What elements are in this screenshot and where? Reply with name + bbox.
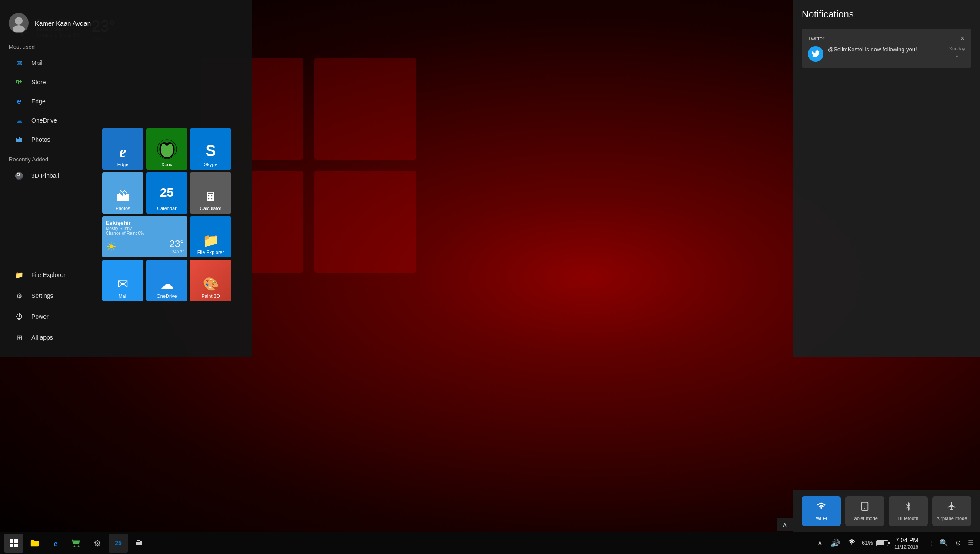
fileexplorer-sidebar-label: File Explorer	[31, 271, 66, 278]
svg-rect-11	[10, 544, 13, 547]
notifications-title: Notifications	[802, 9, 971, 20]
search-icon[interactable]: 🔍	[938, 537, 950, 549]
store-icon: 🛍	[13, 76, 25, 88]
collapse-arrow[interactable]: ∧	[777, 518, 793, 531]
mail-tile-icon: ✉	[117, 277, 128, 292]
sidebar-item-power[interactable]: ⏻ Power	[9, 306, 243, 327]
most-used-label: Most used	[9, 43, 243, 50]
sidebar-item-store[interactable]: 🛍 Store	[9, 73, 243, 92]
twitter-icon	[808, 46, 823, 62]
tile-weather[interactable]: Eskişehir Mostly Sunny Chance of Rain: 0…	[102, 216, 187, 257]
onedrive-tile-icon: ☁	[160, 277, 173, 292]
weather-tile-desc: Mostly Sunny	[106, 226, 184, 231]
system-tray: ∧ 🔊 61%	[816, 537, 888, 550]
onedrive-icon: ☁	[13, 114, 25, 127]
tile-paint3d[interactable]: 🎨 Paint 3D	[190, 260, 231, 301]
settings-icon: ⚙	[13, 290, 25, 302]
svg-point-8	[864, 508, 865, 509]
weather-tile-city: Eskişehir	[106, 220, 184, 226]
taskbar-settings[interactable]: ⚙	[88, 534, 107, 553]
sidebar-item-edge[interactable]: e Edge	[9, 92, 243, 111]
edge-icon: e	[13, 95, 25, 107]
mail-icon: ✉	[13, 57, 25, 69]
xbox-tile-label: Xbox	[149, 162, 185, 167]
svg-rect-3	[314, 171, 416, 273]
allapps-label: All apps	[31, 334, 53, 341]
fileexplorer-sidebar-icon: 📁	[13, 269, 25, 281]
tile-mail[interactable]: ✉ Mail	[102, 260, 143, 301]
paint3d-tile-icon: 🎨	[203, 277, 219, 292]
notif-expand-button[interactable]: Sunday ⌄	[949, 46, 965, 58]
taskbar-store[interactable]	[67, 534, 86, 553]
fileexplorer-tile-icon: 📁	[203, 233, 219, 248]
calendar-tile-content: 25	[149, 176, 185, 206]
tile-fileexplorer[interactable]: 📁 File Explorer	[190, 216, 231, 257]
paint3d-tile-label: Paint 3D	[193, 294, 229, 299]
datetime-display[interactable]: 7:04 PM 11/12/2018	[892, 535, 921, 551]
fileexplorer-taskbar-icon	[30, 538, 40, 548]
notification-center-icon[interactable]: ☰	[966, 537, 976, 549]
volume-icon[interactable]: 🔊	[829, 537, 842, 550]
wifi-tray-icon[interactable]	[846, 537, 857, 550]
weather-tile-precip: Chance of Rain: 0%	[106, 231, 184, 236]
settings-label: Settings	[31, 292, 53, 299]
taskbar: e ⚙ 25 🏔 ∧ 🔊 61%	[0, 532, 980, 554]
tile-xbox[interactable]: Xbox	[146, 128, 187, 170]
svg-point-5	[13, 25, 25, 32]
wifi-button[interactable]: Wi-Fi	[802, 496, 841, 526]
taskbar-left: e ⚙ 25 🏔	[4, 534, 149, 553]
weather-tile-range: 24°/ 7°	[170, 250, 184, 254]
svg-point-4	[15, 17, 23, 25]
tile-onedrive[interactable]: ☁ OneDrive	[146, 260, 187, 301]
cortana-icon[interactable]: ⊙	[953, 537, 963, 549]
user-section[interactable]: Kamer Kaan Avdan	[0, 0, 252, 42]
3dpinball-label: 3D Pinball	[31, 172, 59, 179]
taskbar-fileexplorer[interactable]	[25, 534, 44, 553]
taskbar-photos[interactable]: 🏔	[130, 534, 149, 553]
weather-tile-temp: 23°	[170, 238, 184, 250]
tablet-mode-button[interactable]: Tablet mode	[845, 496, 884, 526]
fileexplorer-tile-label: File Explorer	[193, 250, 229, 255]
start-button[interactable]	[4, 534, 23, 553]
battery-indicator[interactable]: 61%	[862, 540, 888, 546]
notifications-panel: Notifications Twitter ✕ @SelimKestel is …	[793, 0, 980, 357]
taskview-icon[interactable]: ⬚	[924, 537, 934, 549]
wifi-label: Wi-Fi	[816, 516, 827, 521]
tile-calendar[interactable]: 25 Calendar	[146, 172, 187, 214]
onedrive-tile-label: OneDrive	[149, 294, 185, 299]
notif-header: Twitter ✕	[808, 35, 965, 42]
photos-icon: 🏔	[13, 133, 25, 146]
taskbar-edge[interactable]: e	[46, 534, 65, 553]
notif-close-button[interactable]: ✕	[960, 35, 965, 42]
sidebar-item-mail[interactable]: ✉ Mail	[9, 53, 243, 73]
sidebar-item-onedrive[interactable]: ☁ OneDrive	[9, 111, 243, 130]
avatar[interactable]	[9, 13, 29, 33]
svg-rect-10	[14, 539, 18, 543]
tablet-mode-label: Tablet mode	[852, 516, 878, 521]
tile-calculator[interactable]: 🖩 Calculator	[190, 172, 231, 214]
sidebar-item-allapps[interactable]: ⊞ All apps	[9, 327, 243, 348]
tray-chevron[interactable]: ∧	[816, 537, 824, 549]
bluetooth-button[interactable]: Bluetooth	[889, 496, 928, 526]
mail-label: Mail	[31, 60, 43, 67]
tile-edge[interactable]: e Edge	[102, 128, 143, 170]
tile-skype[interactable]: S Skype	[190, 128, 231, 170]
date-display: 11/12/2018	[894, 544, 918, 550]
tile-photos[interactable]: 🏔 Photos	[102, 172, 143, 214]
chevron-down-icon: ⌄	[954, 51, 960, 58]
skype-tile-label: Skype	[193, 162, 229, 167]
notif-body: @SelimKestel is now following you!	[808, 46, 945, 62]
tiles-area: e Edge Xbox S Skype 🏔 Photos 25 Calendar…	[102, 128, 237, 301]
airplane-mode-icon	[947, 501, 957, 513]
notif-text: @SelimKestel is now following you!	[828, 46, 945, 53]
airplane-mode-button[interactable]: Airplane mode	[932, 496, 971, 526]
time-display: 7:04 PM	[894, 536, 918, 544]
store-taskbar-icon	[72, 538, 81, 548]
onedrive-label: OneDrive	[31, 117, 57, 124]
weather-tile-content: Eskişehir Mostly Sunny Chance of Rain: 0…	[102, 216, 187, 257]
taskbar-calendar[interactable]: 25	[109, 534, 128, 553]
quick-actions-panel: Wi-Fi Tablet mode Bluetooth	[793, 490, 980, 532]
airplane-mode-label: Airplane mode	[937, 516, 967, 521]
wifi-icon	[817, 501, 826, 513]
allapps-icon: ⊞	[13, 331, 25, 344]
